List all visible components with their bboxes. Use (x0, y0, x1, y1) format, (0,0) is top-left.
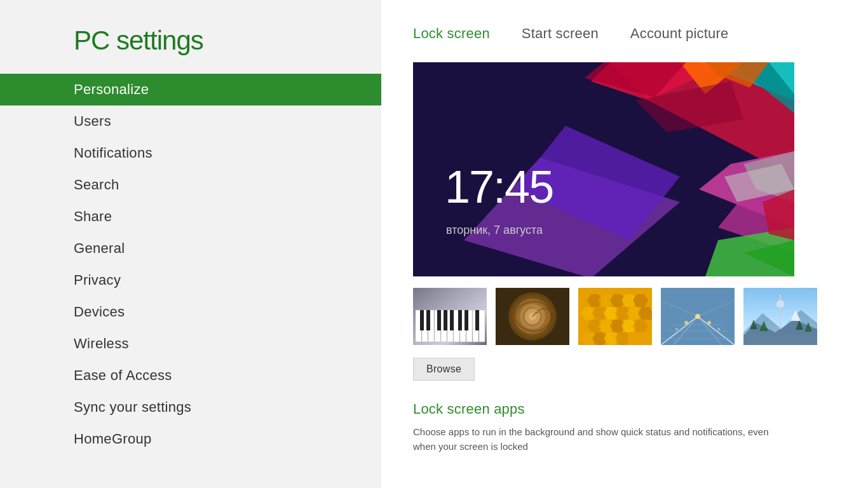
svg-point-77 (675, 328, 678, 330)
thumbnail-city[interactable] (743, 288, 817, 345)
page-title: PC settings (0, 25, 381, 56)
sidebar-item-users[interactable]: Users (0, 105, 381, 137)
thumbnail-piano[interactable] (413, 288, 487, 345)
main-content: Lock screen Start screen Account picture (381, 0, 868, 488)
svg-rect-37 (465, 310, 468, 330)
svg-point-78 (717, 328, 720, 330)
svg-rect-38 (475, 310, 479, 330)
sidebar-link-wireless[interactable]: Wireless (0, 328, 381, 360)
sidebar-link-homegroup[interactable]: HomeGroup (0, 423, 381, 455)
thumbnail-city-image (743, 288, 817, 345)
sidebar-item-share[interactable]: Share (0, 201, 381, 233)
sidebar-item-general[interactable]: General (0, 233, 381, 264)
thumbnail-honeycomb-image (578, 288, 652, 345)
sidebar-link-search[interactable]: Search (0, 169, 381, 201)
sidebar-item-wireless[interactable]: Wireless (0, 328, 381, 360)
sidebar-item-personalize[interactable]: Personalize (0, 74, 381, 105)
svg-point-74 (695, 314, 700, 319)
tabs: Lock screen Start screen Account picture (413, 25, 836, 44)
sidebar-link-general[interactable]: General (0, 233, 381, 264)
lock-screen-date: вторник, 7 августа (446, 224, 543, 237)
svg-point-75 (684, 321, 688, 325)
svg-rect-33 (437, 310, 441, 330)
tab-start-screen[interactable]: Start screen (522, 25, 599, 44)
sidebar-link-personalize[interactable]: Personalize (0, 74, 381, 105)
sidebar: PC settings Personalize Users Notificati… (0, 0, 381, 488)
sidebar-link-privacy[interactable]: Privacy (0, 264, 381, 296)
sidebar-item-sync-settings[interactable]: Sync your settings (0, 391, 381, 423)
sidebar-link-users[interactable]: Users (0, 105, 381, 137)
sidebar-nav: Personalize Users Notifications Search S… (0, 74, 381, 455)
svg-point-87 (776, 300, 784, 308)
lock-screen-apps-description: Choose apps to run in the background and… (413, 425, 782, 454)
sidebar-link-devices[interactable]: Devices (0, 296, 381, 328)
sidebar-link-notifications[interactable]: Notifications (0, 137, 381, 169)
sidebar-item-devices[interactable]: Devices (0, 296, 381, 328)
thumbnail-piano-image (413, 288, 487, 345)
thumbnail-row (413, 288, 836, 345)
svg-point-76 (707, 321, 711, 325)
lock-screen-preview: 17:45 вторник, 7 августа (413, 62, 794, 276)
svg-rect-31 (420, 310, 424, 330)
sidebar-item-notifications[interactable]: Notifications (0, 137, 381, 169)
tab-lock-screen[interactable]: Lock screen (413, 25, 490, 44)
sidebar-link-share[interactable]: Share (0, 201, 381, 233)
sidebar-item-ease-of-access[interactable]: Ease of Access (0, 360, 381, 391)
svg-rect-35 (450, 310, 454, 330)
thumbnail-shell[interactable] (496, 288, 569, 345)
sidebar-link-ease-of-access[interactable]: Ease of Access (0, 360, 381, 391)
lock-screen-apps-title: Lock screen apps (413, 401, 836, 417)
lock-screen-time: 17:45 (445, 161, 553, 213)
thumbnail-shell-image (496, 288, 569, 345)
svg-rect-32 (426, 310, 430, 330)
sidebar-item-search[interactable]: Search (0, 169, 381, 201)
svg-rect-30 (479, 310, 485, 342)
browse-button[interactable]: Browse (413, 358, 475, 381)
svg-rect-34 (444, 310, 447, 330)
sidebar-item-homegroup[interactable]: HomeGroup (0, 423, 381, 455)
sidebar-item-privacy[interactable]: Privacy (0, 264, 381, 296)
tab-account-picture[interactable]: Account picture (630, 25, 729, 44)
thumbnail-honeycomb[interactable] (578, 288, 652, 345)
thumbnail-tunnel-image (661, 288, 735, 345)
sidebar-link-sync-settings[interactable]: Sync your settings (0, 391, 381, 423)
svg-rect-36 (458, 310, 462, 330)
thumbnail-tunnel[interactable] (661, 288, 735, 345)
